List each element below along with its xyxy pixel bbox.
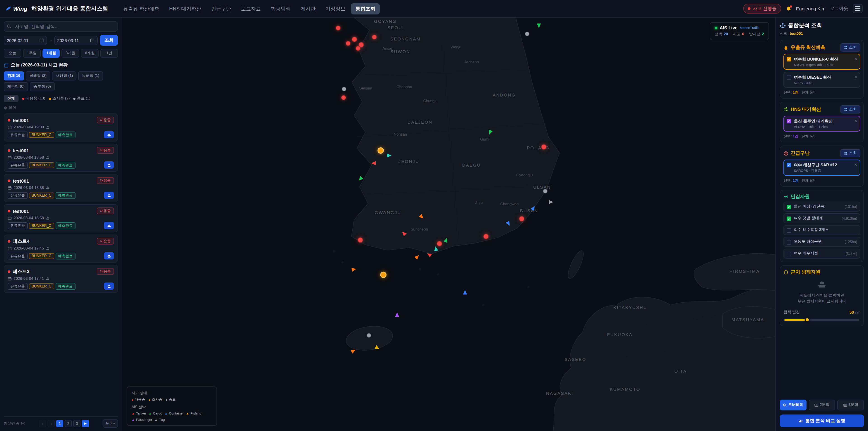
incident-card[interactable]: 테스트3대응중2026-03-04 17:41유류유출BUNKER_C예측완료 bbox=[4, 265, 118, 293]
menu-icon[interactable] bbox=[852, 4, 863, 13]
incident-marker[interactable] bbox=[483, 234, 489, 239]
resource-item[interactable]: ✓돌산 어장 (감전복)(131ha) bbox=[783, 202, 860, 212]
page-button[interactable]: 2 bbox=[65, 420, 72, 427]
first-page-button[interactable]: « bbox=[39, 420, 46, 427]
status-filter-all[interactable]: 전체 bbox=[4, 95, 19, 102]
status-filter[interactable]: 대응중 (13) bbox=[22, 96, 45, 101]
close-icon[interactable]: × bbox=[854, 74, 857, 79]
close-icon[interactable]: × bbox=[854, 118, 857, 123]
search-query-button[interactable]: 조회 bbox=[100, 35, 118, 45]
ship-marker[interactable] bbox=[351, 267, 357, 272]
view-on-map-button[interactable] bbox=[104, 252, 114, 259]
checkbox[interactable]: ✓ bbox=[786, 119, 791, 123]
status-filter[interactable]: 조사중 (2) bbox=[49, 96, 70, 101]
nav-item[interactable]: 유출유 확산예측 bbox=[119, 3, 164, 14]
checkbox[interactable]: ✓ bbox=[786, 205, 791, 209]
view-on-map-button[interactable] bbox=[104, 192, 114, 199]
status-filter[interactable]: 종료 (1) bbox=[73, 96, 90, 101]
page-size-select[interactable]: 6건 ▾ bbox=[103, 420, 118, 428]
region-chip[interactable]: 제주청 (0) bbox=[4, 82, 28, 91]
ship-marker[interactable] bbox=[387, 153, 392, 157]
view-mode-button[interactable]: 3분할 bbox=[837, 400, 864, 410]
next-page-button[interactable]: ▶ bbox=[82, 420, 89, 427]
close-icon[interactable]: × bbox=[854, 162, 857, 167]
radius-slider[interactable] bbox=[784, 319, 860, 321]
ship-marker[interactable] bbox=[426, 252, 432, 258]
incident-marker[interactable] bbox=[367, 333, 371, 337]
range-chip[interactable]: 1주일 bbox=[23, 49, 41, 58]
checkbox[interactable] bbox=[786, 251, 791, 256]
region-chip[interactable]: 서해청 (1) bbox=[52, 71, 76, 81]
analysis-item[interactable]: ✓울산 톨루엔 대기확산ALOHA · 15kL · 1.2km× bbox=[783, 116, 860, 131]
incident-card[interactable]: test001대응중2026-03-04 18:58유류유출BUNKER_C예측… bbox=[4, 204, 118, 232]
ship-marker[interactable] bbox=[371, 161, 376, 165]
incident-marker[interactable] bbox=[380, 272, 386, 278]
incident-marker[interactable] bbox=[372, 35, 377, 39]
incident-marker[interactable] bbox=[377, 147, 384, 153]
view-mode-button[interactable]: 오버레이 bbox=[780, 400, 806, 410]
view-on-map-button[interactable] bbox=[104, 131, 114, 138]
page-button[interactable]: 1 bbox=[56, 420, 63, 427]
ship-marker[interactable] bbox=[358, 176, 364, 182]
incident-marker[interactable] bbox=[346, 41, 350, 45]
incident-marker[interactable] bbox=[519, 216, 525, 221]
view-on-map-button[interactable] bbox=[104, 222, 114, 229]
section-query-button[interactable]: 조회 bbox=[840, 43, 860, 52]
ship-marker[interactable] bbox=[375, 345, 380, 351]
range-chip[interactable]: 오늘 bbox=[4, 49, 21, 58]
ship-marker[interactable] bbox=[433, 246, 438, 251]
incident-marker[interactable] bbox=[342, 87, 346, 92]
range-chip[interactable]: 6개월 bbox=[81, 49, 99, 58]
checkbox[interactable]: ✓ bbox=[786, 163, 791, 167]
logout-link[interactable]: 로그아웃 bbox=[830, 5, 848, 12]
ship-marker[interactable] bbox=[414, 254, 421, 260]
ship-marker[interactable] bbox=[395, 312, 399, 317]
range-chip[interactable]: 1개월 bbox=[42, 49, 60, 58]
close-icon[interactable]: × bbox=[854, 57, 857, 61]
date-from-input[interactable]: 2026-02-11 bbox=[4, 35, 47, 45]
incident-marker[interactable] bbox=[341, 95, 346, 100]
incident-marker[interactable] bbox=[543, 189, 548, 194]
incident-marker[interactable] bbox=[437, 241, 442, 246]
run-analysis-button[interactable]: 통합 분석 비교 실행 bbox=[780, 414, 864, 427]
ship-marker[interactable] bbox=[549, 200, 554, 204]
checkbox[interactable]: ✓ bbox=[786, 216, 791, 221]
view-on-map-button[interactable] bbox=[104, 282, 114, 290]
ship-marker[interactable] bbox=[537, 24, 541, 28]
ship-marker[interactable] bbox=[506, 221, 512, 226]
nav-item[interactable]: 항공탐색 bbox=[266, 3, 295, 14]
nav-item[interactable]: 게시판 bbox=[296, 3, 320, 14]
region-chip[interactable]: 중부청 (0) bbox=[30, 82, 55, 91]
incident-marker[interactable] bbox=[358, 238, 363, 243]
nav-item[interactable]: 기상정보 bbox=[321, 3, 350, 14]
view-on-map-button[interactable] bbox=[104, 161, 114, 168]
checkbox[interactable] bbox=[786, 75, 791, 80]
region-chip[interactable]: 전체 16 bbox=[4, 71, 24, 81]
view-mode-button[interactable]: 2분할 bbox=[809, 400, 835, 410]
notification-bell-icon[interactable] bbox=[785, 6, 792, 11]
analysis-item[interactable]: ✓여수항 BUNKER-C 확산6DGPS+OpenDrift · 150kL× bbox=[783, 54, 860, 70]
ship-marker[interactable] bbox=[531, 205, 537, 211]
incident-marker[interactable] bbox=[541, 145, 547, 150]
section-query-button[interactable]: 조회 bbox=[840, 149, 860, 157]
checkbox[interactable] bbox=[786, 228, 791, 233]
ship-marker[interactable] bbox=[487, 130, 493, 135]
incident-marker[interactable] bbox=[336, 26, 341, 31]
section-query-button[interactable]: 조회 bbox=[840, 105, 860, 114]
date-to-input[interactable]: 2026-03-11 bbox=[54, 35, 98, 45]
ship-marker[interactable] bbox=[401, 230, 407, 236]
ship-marker[interactable] bbox=[419, 214, 425, 220]
resource-item[interactable]: 오동도 해상공원(125ha) bbox=[783, 237, 860, 247]
slider-thumb[interactable] bbox=[805, 317, 810, 322]
nav-item[interactable]: 긴급구난 bbox=[207, 3, 236, 14]
search-input[interactable] bbox=[4, 21, 118, 32]
ship-marker[interactable] bbox=[463, 290, 467, 295]
resource-item[interactable]: ✓여수 갯벌 생태계(4,813ha) bbox=[783, 213, 860, 223]
incident-card[interactable]: test001대응중2026-03-04 18:58유류유출BUNKER_C예측… bbox=[4, 144, 118, 172]
range-chip[interactable]: 1년 bbox=[100, 49, 118, 58]
ship-marker[interactable] bbox=[443, 237, 449, 243]
incident-card[interactable]: test001대응중2026-03-04 19:00유류유출BUNKER_C예측… bbox=[4, 114, 118, 142]
analysis-item[interactable]: 여수항 DIESEL 확산6GPS · 30kL× bbox=[783, 72, 860, 88]
region-chip[interactable]: 동해청 (1) bbox=[79, 71, 103, 81]
incident-card[interactable]: test001대응중2026-03-04 18:58유류유출BUNKER_C예측… bbox=[4, 174, 118, 202]
